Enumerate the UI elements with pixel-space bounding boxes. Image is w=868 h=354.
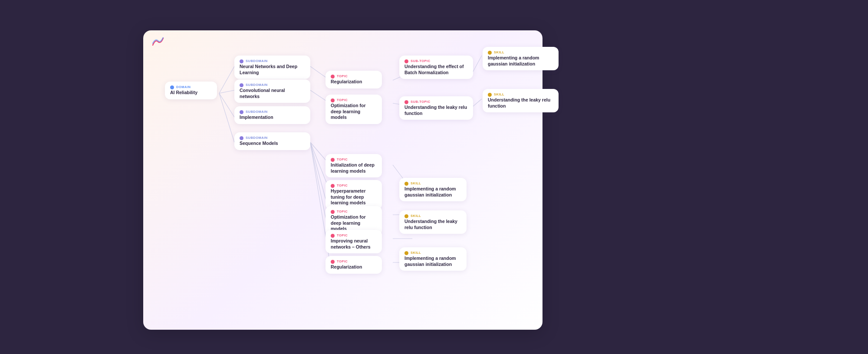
- topic-title-lower-0: Initialization of deep learning models: [331, 162, 377, 174]
- topic-dot-lower-1: [331, 184, 335, 188]
- topic-node-lower-4[interactable]: TOPIC Regularization: [326, 256, 382, 274]
- subtopic-node-1[interactable]: SUB-TOPIC Understanding the leaky relu f…: [399, 96, 473, 120]
- subdomain-dot-1: [240, 83, 243, 87]
- subdomain-dot-2: [240, 110, 243, 114]
- topic-node-lower-3[interactable]: TOPIC Improving neural networks – Others: [326, 230, 382, 253]
- topic-title-lower-4: Regularization: [331, 264, 377, 270]
- subtopic-node-0[interactable]: SUB-TOPIC Understanding the effect of Ba…: [399, 56, 473, 79]
- skill-dot-lower-1: [404, 214, 408, 218]
- subdomain-node-0[interactable]: SUBDOMAIN Neural Networks and Deep Learn…: [234, 56, 310, 79]
- subdomain-label-0: SUBDOMAIN: [246, 59, 268, 63]
- subtopic-dot-1: [404, 100, 408, 104]
- skill-dot-lower-2: [404, 251, 408, 255]
- topic-title-lower-1: Hyperparameter tuning for deep learning …: [331, 188, 377, 206]
- skill-title-lower-0: Implementing a random gaussian initializ…: [404, 186, 461, 198]
- topic-dot-lower-0: [331, 158, 335, 162]
- domain-label: DOMAIN: [176, 85, 191, 89]
- app-logo: [152, 37, 164, 49]
- subtopic-dot-0: [404, 59, 408, 63]
- skill-node-lower-2[interactable]: SKILL Implementing a random gaussian ini…: [399, 247, 467, 271]
- topic-title-upper-0: Regularization: [331, 79, 377, 85]
- skill-title-upper-0: Implementing a random gaussian initializ…: [488, 55, 553, 67]
- svg-line-0: [219, 66, 234, 93]
- topic-node-upper-0[interactable]: TOPIC Regularization: [326, 71, 382, 88]
- subdomain-title-1: Convolutional neural networks: [240, 88, 305, 99]
- domain-title: AI Reliability: [170, 90, 212, 96]
- skill-title-lower-2: Implementing a random gaussian initializ…: [404, 256, 461, 267]
- topic-label-lower-2: TOPIC: [337, 210, 348, 213]
- skill-node-upper-0[interactable]: SKILL Implementing a random gaussian ini…: [483, 47, 559, 70]
- svg-line-2: [219, 93, 234, 117]
- subtopic-title-1: Understanding the leaky relu function: [404, 105, 468, 116]
- skill-label-lower-2: SKILL: [411, 251, 421, 255]
- subtopic-label-1: SUB-TOPIC: [411, 100, 431, 104]
- topic-title-lower-3: Improving neural networks – Others: [331, 238, 377, 250]
- topic-label-lower-0: TOPIC: [337, 157, 348, 161]
- subtopic-label-0: SUB-TOPIC: [411, 59, 431, 63]
- topic-title-upper-1: Optimization for deep learning models: [331, 103, 377, 121]
- domain-node[interactable]: DOMAIN AI Reliability: [165, 82, 217, 99]
- topic-dot-lower-3: [331, 234, 335, 238]
- topic-label-lower-4: TOPIC: [337, 259, 348, 263]
- skill-dot-upper-1: [488, 93, 492, 97]
- skill-title-upper-1: Understanding the leaky relu function: [488, 97, 553, 109]
- skill-label-upper-0: SKILL: [494, 50, 504, 54]
- topic-label-lower-3: TOPIC: [337, 233, 348, 237]
- topic-dot-upper-0: [331, 75, 335, 79]
- main-canvas: DOMAIN AI Reliability SUBDOMAIN Neural N…: [143, 30, 542, 330]
- skill-label-lower-1: SKILL: [411, 214, 421, 218]
- skill-node-upper-1[interactable]: SKILL Understanding the leaky relu funct…: [483, 89, 559, 112]
- subtopic-title-0: Understanding the effect of Batch Normal…: [404, 64, 468, 75]
- subdomain-label-2: SUBDOMAIN: [246, 110, 268, 114]
- subdomain-node-1[interactable]: SUBDOMAIN Convolutional neural networks: [234, 79, 310, 103]
- subdomain-dot-3: [240, 136, 243, 140]
- skill-label-upper-1: SKILL: [494, 92, 504, 96]
- svg-line-3: [219, 93, 234, 142]
- topic-node-lower-1[interactable]: TOPIC Hyperparameter tuning for deep lea…: [326, 180, 382, 210]
- topic-dot-lower-2: [331, 210, 335, 214]
- skill-node-lower-0[interactable]: SKILL Implementing a random gaussian ini…: [399, 178, 467, 201]
- svg-line-1: [219, 90, 234, 93]
- topic-dot-upper-1: [331, 98, 335, 102]
- subdomain-node-3[interactable]: SUBDOMAIN Sequence Models: [234, 132, 310, 150]
- topic-label-upper-1: TOPIC: [337, 98, 348, 102]
- subdomain-label-1: SUBDOMAIN: [246, 83, 268, 87]
- domain-dot: [170, 85, 174, 89]
- subdomain-title-3: Sequence Models: [240, 141, 305, 147]
- subdomain-title-2: Implementation: [240, 115, 305, 121]
- subdomain-dot-0: [240, 59, 243, 63]
- topic-label-upper-0: TOPIC: [337, 74, 348, 78]
- skill-title-lower-1: Understanding the leaky relu function: [404, 219, 461, 230]
- subdomain-node-2[interactable]: SUBDOMAIN Implementation: [234, 106, 310, 124]
- subdomain-label-3: SUBDOMAIN: [246, 136, 268, 140]
- topic-node-lower-0[interactable]: TOPIC Initialization of deep learning mo…: [326, 154, 382, 177]
- skill-label-lower-0: SKILL: [411, 181, 421, 185]
- skill-dot-upper-0: [488, 51, 492, 55]
- skill-dot-lower-0: [404, 182, 408, 186]
- subdomain-title-0: Neural Networks and Deep Learning: [240, 64, 305, 75]
- topic-node-upper-1[interactable]: TOPIC Optimization for deep learning mod…: [326, 95, 382, 124]
- topic-dot-lower-4: [331, 260, 335, 264]
- topic-label-lower-1: TOPIC: [337, 184, 348, 187]
- topic-title-lower-2: Optimization for deep learning models: [331, 214, 377, 232]
- skill-node-lower-1[interactable]: SKILL Understanding the leaky relu funct…: [399, 210, 467, 234]
